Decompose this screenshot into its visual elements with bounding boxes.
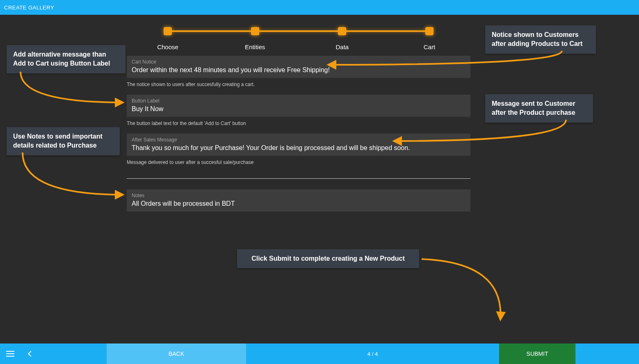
after-sales-input[interactable] xyxy=(132,144,466,152)
callout-after-sales: Message sent to Customer after the Produ… xyxy=(485,94,593,123)
top-bar: CREATE GALLERY xyxy=(0,0,639,15)
back-button[interactable]: BACK xyxy=(107,344,246,364)
stepper-nodes: Choose Entities Data Cart xyxy=(155,23,442,50)
button-label-field: Button Label xyxy=(127,95,470,117)
stepper-square-icon xyxy=(425,27,434,35)
stepper: Choose Entities Data Cart xyxy=(155,23,442,52)
button-label-helper: The button label text for the default 'A… xyxy=(127,118,470,134)
field-label: Cart Notice xyxy=(132,59,466,65)
stepper-square-icon xyxy=(251,27,259,35)
submit-button[interactable]: SUBMIT xyxy=(499,344,575,364)
divider xyxy=(127,178,470,179)
stepper-node-entities[interactable]: Entities xyxy=(243,23,267,50)
stepper-square-icon xyxy=(164,27,172,35)
back-chevron-button[interactable] xyxy=(21,344,41,364)
stepper-node-data[interactable]: Data xyxy=(330,23,354,50)
back-label: BACK xyxy=(169,350,184,357)
page-title: CREATE GALLERY xyxy=(4,5,54,11)
hamburger-icon xyxy=(6,351,14,357)
cart-notice-field: Cart Notice xyxy=(127,56,470,78)
menu-button[interactable] xyxy=(0,344,21,364)
cart-notice-input[interactable] xyxy=(132,66,466,74)
callout-notes: Use Notes to send important details rela… xyxy=(7,127,120,155)
progress-indicator: 4 / 4 xyxy=(246,344,499,364)
stepper-node-cart[interactable]: Cart xyxy=(417,23,442,50)
callout-button-label: Add alternative message than Add to Cart… xyxy=(7,45,126,73)
stepper-label: Data xyxy=(335,43,349,50)
stepper-node-choose[interactable]: Choose xyxy=(155,23,180,50)
button-label-input[interactable] xyxy=(132,105,466,113)
callout-submit: Click Submit to complete creating a New … xyxy=(237,249,419,268)
notes-input[interactable] xyxy=(132,200,466,207)
form-container: Choose Entities Data Cart Cart Notice xyxy=(127,23,470,212)
bottom-bar: BACK 4 / 4 SUBMIT xyxy=(0,344,639,364)
after-sales-helper: Message delivered to user after a succes… xyxy=(127,157,470,173)
submit-label: SUBMIT xyxy=(527,350,548,357)
notes-field: Notes xyxy=(127,189,470,212)
field-label: After Sales Message xyxy=(132,137,466,143)
stepper-label: Cart xyxy=(424,43,435,50)
stepper-square-icon xyxy=(338,27,346,35)
stepper-label: Entities xyxy=(245,43,265,50)
after-sales-field: After Sales Message xyxy=(127,134,470,156)
field-label: Button Label xyxy=(132,98,466,104)
callout-cart-notice: Notice shown to Customers after adding P… xyxy=(485,25,596,54)
stepper-label: Choose xyxy=(157,43,178,50)
field-label: Notes xyxy=(132,193,466,198)
chevron-left-icon xyxy=(28,351,34,357)
cart-notice-helper: The notice shown to users after succesfu… xyxy=(127,79,470,95)
